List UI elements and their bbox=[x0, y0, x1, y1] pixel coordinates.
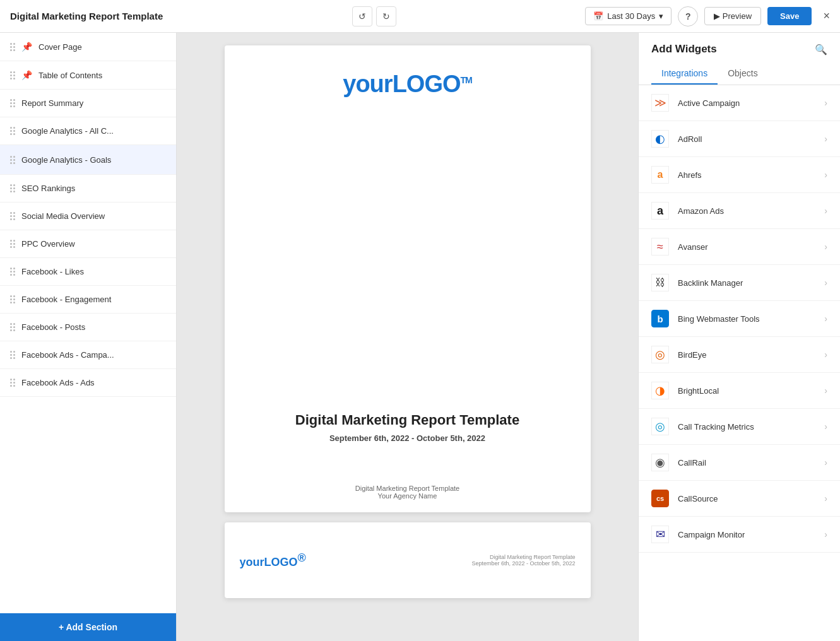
integration-item-ahrefs[interactable]: a Ahrefs › bbox=[639, 157, 840, 193]
integration-name: Amazon Ads bbox=[678, 206, 824, 216]
sidebar-item-facebook-engagement[interactable]: Facebook - Engagement bbox=[0, 286, 176, 314]
integration-icon-bing-webmaster: b bbox=[651, 310, 669, 327]
drag-handle bbox=[10, 295, 15, 303]
sidebar-item-facebook-ads-ads[interactable]: Facebook Ads - Ads bbox=[0, 369, 176, 397]
close-button[interactable]: × bbox=[823, 9, 830, 23]
drag-handle bbox=[10, 71, 15, 79]
page-card-content: yourLOGOTM Digital Marketing Report Temp… bbox=[225, 45, 591, 512]
integration-name: CallRail bbox=[678, 458, 824, 468]
right-panel-title: Add Widgets bbox=[651, 43, 717, 56]
app-title: Digital Marketing Report Template bbox=[10, 11, 163, 21]
sidebar-item-facebook-posts[interactable]: Facebook - Posts bbox=[0, 314, 176, 341]
drag-handle bbox=[10, 351, 15, 359]
canvas-area: yourLOGOTM Digital Marketing Report Temp… bbox=[177, 33, 638, 641]
integration-item-backlink-manager[interactable]: ⛓ Backlink Manager › bbox=[639, 265, 840, 301]
integration-icon-campaign-monitor: ✉ bbox=[651, 526, 669, 543]
page-card-main: yourLOGOTM Digital Marketing Report Temp… bbox=[225, 45, 591, 512]
integration-name: Call Tracking Metrics bbox=[678, 422, 824, 432]
drag-handle bbox=[10, 184, 15, 192]
sidebar-item-report-summary[interactable]: Report Summary bbox=[0, 90, 176, 117]
top-bar-left: Digital Marketing Report Template bbox=[10, 11, 163, 21]
add-section-button[interactable]: + Add Section bbox=[0, 613, 176, 641]
chevron-right-icon: › bbox=[824, 457, 827, 468]
integration-item-bing-webmaster[interactable]: b Bing Webmaster Tools › bbox=[639, 301, 840, 337]
report-title: Digital Marketing Report Template bbox=[295, 412, 519, 428]
logo-light-text: your bbox=[343, 71, 392, 97]
tab-objects[interactable]: Objects bbox=[718, 63, 767, 85]
integration-name: CallSource bbox=[678, 494, 824, 503]
date-range-button[interactable]: 📅 Last 30 Days ▾ bbox=[585, 7, 671, 25]
integration-item-birdeye[interactable]: ◎ BirdEye › bbox=[639, 337, 840, 373]
sidebar-item-label: Facebook - Posts bbox=[21, 322, 166, 332]
sidebar-item-seo-rankings[interactable]: SEO Rankings bbox=[0, 175, 176, 203]
drag-handle bbox=[10, 212, 15, 220]
sidebar-item-google-analytics-goals[interactable]: Google Analytics - Goals ••• bbox=[0, 145, 176, 175]
save-button[interactable]: Save bbox=[767, 7, 812, 25]
report-date: September 6th, 2022 - October 5th, 2022 bbox=[295, 433, 519, 443]
integration-item-adroll[interactable]: ◐ AdRoll › bbox=[639, 121, 840, 157]
right-panel: Add Widgets 🔍 Integrations Objects ≫ Act… bbox=[638, 33, 840, 641]
search-button[interactable]: 🔍 bbox=[815, 44, 827, 56]
pin-icon: 📌 bbox=[21, 70, 32, 80]
tabs-row: Integrations Objects bbox=[651, 63, 827, 85]
sidebar-item-ppc-overview[interactable]: PPC Overview bbox=[0, 230, 176, 258]
logo-bold-text: LOGO bbox=[393, 71, 461, 97]
sidebar-item-facebook-ads-campa[interactable]: Facebook Ads - Campa... bbox=[0, 341, 176, 369]
sidebar-list: 📌 Cover Page 📌 Table of Contents bbox=[0, 33, 176, 613]
right-panel-title-row: Add Widgets 🔍 bbox=[651, 43, 827, 56]
integration-icon-amazon-ads: a bbox=[651, 202, 669, 220]
sidebar-item-label: Google Analytics - All C... bbox=[21, 126, 166, 136]
chevron-right-icon: › bbox=[824, 134, 827, 144]
sidebar-item-cover-page[interactable]: 📌 Cover Page bbox=[0, 33, 176, 61]
sidebar-item-social-media-overview[interactable]: Social Media Overview bbox=[0, 203, 176, 230]
drag-handle bbox=[10, 268, 15, 276]
sidebar-item-label: SEO Rankings bbox=[21, 184, 166, 193]
undo-button[interactable]: ↺ bbox=[352, 6, 372, 26]
integration-item-call-tracking-metrics[interactable]: ◎ Call Tracking Metrics › bbox=[639, 409, 840, 445]
drag-handle bbox=[10, 43, 15, 51]
integrations-list: ≫ Active Campaign › ◐ AdRoll › a Ahrefs … bbox=[639, 85, 840, 641]
page-footer: Digital Marketing Report Template Your A… bbox=[225, 485, 591, 500]
integration-item-campaign-monitor[interactable]: ✉ Campaign Monitor › bbox=[639, 517, 840, 553]
sidebar-item-label: Social Media Overview bbox=[21, 211, 166, 221]
sidebar-item-facebook-likes[interactable]: Facebook - Likes bbox=[0, 258, 176, 286]
chevron-right-icon: › bbox=[824, 493, 827, 503]
integration-name: BrightLocal bbox=[678, 386, 824, 396]
integration-icon-avanser: ≈ bbox=[651, 238, 669, 256]
preview-button[interactable]: ▶ Preview bbox=[704, 7, 761, 25]
sidebar-item-table-of-contents[interactable]: 📌 Table of Contents bbox=[0, 61, 176, 90]
logo-tm: TM bbox=[461, 75, 472, 85]
help-button[interactable]: ? bbox=[678, 6, 698, 26]
integration-name: Backlink Manager bbox=[678, 278, 824, 288]
integration-item-brightlocal[interactable]: ◑ BrightLocal › bbox=[639, 373, 840, 409]
main-layout: 📌 Cover Page 📌 Table of Contents bbox=[0, 33, 840, 641]
integration-item-active-campaign[interactable]: ≫ Active Campaign › bbox=[639, 85, 840, 121]
integration-icon-birdeye: ◎ bbox=[651, 346, 669, 363]
integration-item-callrail[interactable]: ◉ CallRail › bbox=[639, 445, 840, 481]
integration-item-avanser[interactable]: ≈ Avanser › bbox=[639, 229, 840, 265]
footer-agency: Your Agency Name bbox=[225, 492, 591, 500]
thumb-logo: yourLOGO® bbox=[240, 551, 306, 569]
thumb-meta-date: September 6th, 2022 - October 5th, 2022 bbox=[471, 560, 575, 567]
integration-name: Campaign Monitor bbox=[678, 530, 824, 539]
top-bar: Digital Marketing Report Template ↺ ↻ 📅 … bbox=[0, 0, 840, 33]
sidebar-item-google-analytics-all[interactable]: Google Analytics - All C... bbox=[0, 117, 176, 145]
add-section-label: + Add Section bbox=[59, 622, 117, 632]
page-title-section: Digital Marketing Report Template Septem… bbox=[295, 412, 519, 456]
sidebar-item-label: Cover Page bbox=[38, 42, 166, 52]
integration-icon-adroll: ◐ bbox=[651, 130, 669, 148]
integration-icon-ahrefs: a bbox=[651, 166, 669, 184]
chevron-right-icon: › bbox=[824, 350, 827, 360]
pin-icon: 📌 bbox=[21, 42, 32, 52]
sidebar-item-label: Report Summary bbox=[21, 98, 166, 108]
integration-name: AdRoll bbox=[678, 134, 824, 144]
chevron-right-icon: › bbox=[824, 98, 827, 108]
integration-item-callsource[interactable]: cs CallSource › bbox=[639, 481, 840, 517]
integration-name: BirdEye bbox=[678, 350, 824, 360]
integration-item-amazon-ads[interactable]: a Amazon Ads › bbox=[639, 193, 840, 229]
date-range-label: Last 30 Days bbox=[607, 11, 655, 21]
footer-report-title: Digital Marketing Report Template bbox=[225, 485, 591, 492]
tab-integrations[interactable]: Integrations bbox=[651, 63, 718, 85]
sidebar: 📌 Cover Page 📌 Table of Contents bbox=[0, 33, 177, 641]
redo-button[interactable]: ↻ bbox=[376, 6, 396, 26]
